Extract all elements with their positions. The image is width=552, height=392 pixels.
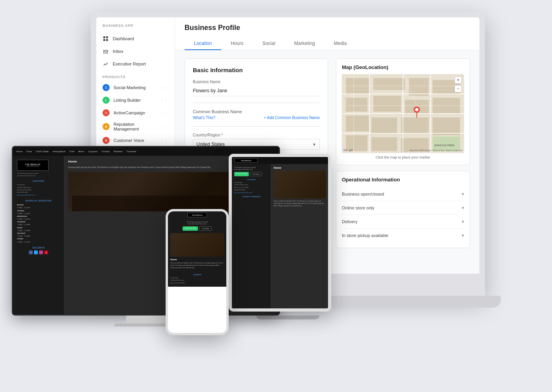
drag-icon-4: ⋮⋮ — [160, 125, 168, 129]
tablet-main-image — [274, 171, 326, 198]
svg-rect-4 — [103, 50, 108, 54]
chevron-down-icon-op2: ▾ — [462, 205, 464, 211]
tablet-home-text: Housed within the hip Ace Hotel, The Bre… — [274, 200, 326, 207]
tab-marketing[interactable]: Marketing — [285, 37, 324, 50]
nav-food[interactable]: Food — [26, 150, 32, 153]
tablet-home-title: Home — [274, 166, 326, 169]
op-online-store-label: Online store only — [342, 205, 375, 210]
op-open-closed[interactable]: Business open/closed ▾ — [342, 187, 464, 201]
grid-icon — [103, 35, 109, 42]
svg-point-34 — [415, 108, 418, 111]
tablet-tagline: The Breslin gastropub, locatedInside Ace… — [234, 166, 269, 170]
product-active-campaign[interactable]: A ActiveCampaign ⋮⋮ — [96, 106, 175, 119]
phone-home-title: Home — [170, 258, 224, 261]
product-listing-builder[interactable]: L Listing Builder ⋮⋮ — [96, 94, 175, 106]
sidebar-item-executive-report[interactable]: Executive Report — [96, 58, 175, 70]
divider-1 — [193, 103, 320, 103]
site-hours: MONDAY7:00AM - 11:00PM TUESDAY7:00AM - 1… — [17, 203, 60, 243]
customer-voice-label: Customer Voice — [114, 138, 144, 143]
tab-location[interactable]: Location — [185, 37, 221, 50]
divider-2 — [193, 126, 320, 127]
tab-hours[interactable]: Hours — [221, 37, 253, 50]
page-title: Business Profile — [185, 24, 470, 32]
svg-rect-11 — [346, 116, 369, 131]
business-name-group: Business Name Flowers by Jane — [193, 80, 320, 96]
nav-home[interactable]: Home — [16, 150, 22, 153]
tab-media[interactable]: Media — [324, 37, 356, 50]
nav-menu[interactable]: Menu — [78, 150, 84, 153]
nav-contact[interactable]: Contact — [102, 150, 110, 153]
nav-atmosphere[interactable]: Atmosphere — [52, 150, 65, 153]
operational-title: Operational Information — [342, 177, 464, 183]
reputation-icon: ★ — [103, 123, 110, 130]
phone-map-btn[interactable]: View Map — [199, 226, 212, 231]
tabs: Location Hours Social Marketing Media — [185, 37, 470, 50]
tablet-phone-btn[interactable]: (212) 679-1939 — [234, 172, 249, 176]
facebook-icon[interactable]: f — [29, 250, 33, 254]
tab-social[interactable]: Social — [253, 37, 285, 50]
site-address: The Breslin16 West 29th StreetNew York, … — [17, 184, 60, 196]
twitter-icon[interactable]: t — [34, 250, 38, 254]
op-in-store[interactable]: In store pickup available ▾ — [342, 229, 464, 242]
nav-translate[interactable]: Translate — [127, 150, 136, 153]
social-marketing-icon: S — [103, 84, 110, 91]
phone-call-btn[interactable]: (212) 679-1939 — [183, 226, 198, 231]
svg-rect-18 — [433, 118, 460, 135]
nav-reviews[interactable]: Reviews — [114, 150, 123, 153]
listing-builder-label: Listing Builder — [114, 98, 141, 103]
tablet-map-btn[interactable]: View Map — [250, 172, 262, 176]
tablet-body: The Breslin gastropub, locatedInside Ace… — [232, 164, 328, 308]
add-common-link[interactable]: + Add Common Business Name — [264, 116, 320, 120]
map-title: Map (GeoLocation) — [342, 64, 464, 70]
chevron-down-icon: ▼ — [312, 142, 316, 147]
chevron-down-icon-op1: ▾ — [462, 191, 464, 197]
sidebar-item-dashboard[interactable]: Dashboard — [96, 32, 175, 45]
phone-home-text: Housed within the hip Ace Hotel, The Bre… — [170, 262, 224, 269]
site-logo: THE BRESLIN BAR & DINING ROOM — [17, 160, 48, 171]
phone-body: The Breslin gastropub, locatedInside Ace… — [168, 218, 226, 271]
nav-chef[interactable]: Chef — [69, 150, 75, 153]
product-reputation[interactable]: ★ Reputation Management ⋮⋮ — [96, 119, 175, 134]
product-customer-voice[interactable]: ● Customer Voice ⋮⋮ — [96, 134, 175, 147]
svg-rect-17 — [401, 118, 429, 133]
zoom-out-button[interactable]: − — [455, 85, 462, 92]
common-name-label: Common Business Name — [193, 109, 242, 114]
tablet-nav: THE BRESLIN — [232, 157, 328, 164]
country-label: Country/Region * — [193, 133, 320, 137]
nav-chefs-table[interactable]: Chef's Table — [36, 150, 49, 153]
pinterest-icon[interactable]: p — [44, 250, 48, 254]
chart-icon — [103, 61, 109, 67]
svg-rect-3 — [106, 39, 108, 41]
tablet-main: Home Housed within the hip Ace Hotel, Th… — [271, 164, 328, 308]
phone-nav: THE BRESLIN — [168, 211, 226, 218]
drag-icon-3: ⋮⋮ — [160, 111, 168, 115]
nav-coupons[interactable]: Coupons — [88, 150, 98, 153]
common-name-header: Common Business Name — [193, 109, 320, 114]
instagram-icon[interactable]: i — [39, 250, 43, 254]
phone-main-image — [170, 233, 224, 257]
tablet-address: The Breslin16 West 29th StreetNew York, … — [234, 181, 269, 194]
phone-screen: THE BRESLIN The Breslin gastropub, locat… — [168, 211, 226, 333]
sidebar-item-inbox[interactable]: Inbox — [96, 45, 175, 58]
op-delivery[interactable]: Delivery ▾ — [342, 215, 464, 229]
whats-this-link[interactable]: What's This? — [193, 116, 215, 120]
phone-logo: THE BRESLIN — [187, 213, 207, 217]
product-social-marketing[interactable]: S Social Marketing ⋮⋮ — [96, 81, 175, 94]
sidebar-app-title: BUSINESS APP — [96, 24, 175, 32]
op-online-store[interactable]: Online store only ▾ — [342, 201, 464, 215]
svg-rect-10 — [346, 98, 367, 112]
op-open-closed-label: Business open/closed — [342, 192, 384, 196]
operational-card: Operational Information Business open/cl… — [336, 171, 470, 248]
map-container[interactable]: RANCHO PARK + − — [342, 74, 464, 153]
drag-icon-2: ⋮⋮ — [160, 98, 168, 103]
tablet-device: THE BRESLIN The Breslin gastropub, locat… — [229, 154, 331, 319]
inbox-label: Inbox — [113, 49, 123, 54]
drag-icon-5: ⋮⋮ — [160, 138, 168, 143]
svg-rect-7 — [373, 78, 405, 90]
top-bar: Business Profile Location Hours Social M… — [175, 17, 479, 50]
business-name-value[interactable]: Flowers by Jane — [193, 86, 320, 96]
zoom-in-button[interactable]: + — [455, 77, 462, 84]
products-section-label: PRODUCTS — [96, 70, 175, 81]
phone-tagline: The Breslin gastropub, locatedInside Ace… — [170, 221, 224, 225]
svg-rect-2 — [103, 39, 105, 41]
